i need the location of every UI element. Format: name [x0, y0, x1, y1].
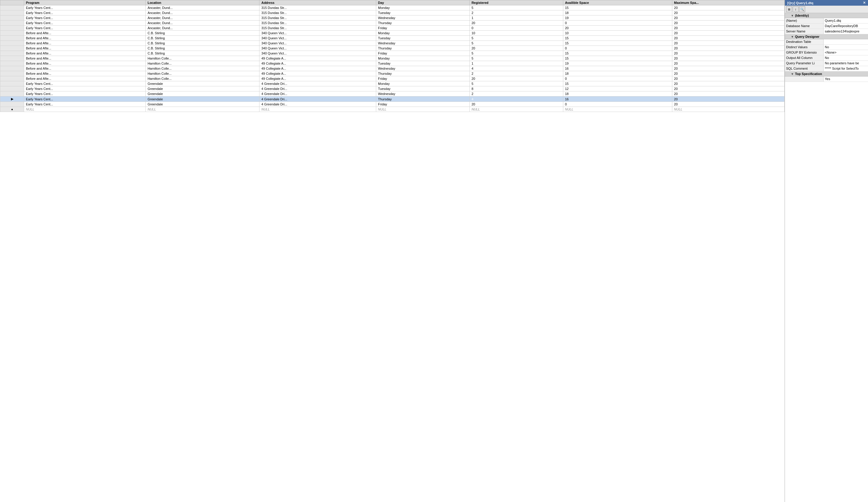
prop-value[interactable]: <None>	[824, 50, 868, 55]
cell-program[interactable]: Early Years Cent...	[24, 15, 146, 21]
cell-registered[interactable]: 2	[469, 10, 563, 15]
cell-registered[interactable]: 5	[469, 51, 563, 56]
cell-day[interactable]: Thursday	[376, 21, 470, 25]
cell-maximum[interactable]: 20	[672, 25, 784, 31]
cell-address[interactable]: 49 Collegiate A...	[259, 71, 376, 76]
cell-program[interactable]: Before and Afte...	[24, 51, 146, 56]
cell-address[interactable]: 4 Greendale Dri...	[259, 91, 376, 96]
cell-maximum[interactable]: 20	[672, 91, 784, 96]
cell-maximum[interactable]: 20	[672, 96, 784, 102]
cell-program[interactable]: Early Years Cent...	[24, 86, 146, 91]
table-row[interactable]: Before and Afte...Hamilton Colle...49 Co…	[0, 71, 785, 76]
cell-registered[interactable]: 20	[469, 46, 563, 51]
cell-location[interactable]: Greendale	[146, 102, 259, 107]
cell-maximum[interactable]: 20	[672, 71, 784, 76]
table-row[interactable]: Early Years Cent...Greendale4 Greendale …	[0, 86, 785, 91]
col-maximum[interactable]: Maximum Spa...	[672, 0, 784, 6]
cell-registered[interactable]: 0	[469, 25, 563, 31]
prop-value[interactable]: No parameters have be	[824, 61, 868, 66]
cell-program[interactable]: Before and Afte...	[24, 46, 146, 51]
cell-registered[interactable]: 5	[469, 56, 563, 61]
cell-program[interactable]: Before and Afte...	[24, 36, 146, 41]
cell-day[interactable]: Tuesday	[376, 10, 470, 15]
cell-registered[interactable]: 20	[469, 102, 563, 107]
null-cell[interactable]: NULL	[146, 107, 259, 112]
table-row[interactable]: Early Years Cent...Greendale4 Greendale …	[0, 102, 785, 107]
cell-maximum[interactable]: 20	[672, 76, 784, 81]
cell-maximum[interactable]: 20	[672, 61, 784, 66]
cell-address[interactable]: 4 Greendale Dri...	[259, 86, 376, 91]
table-row[interactable]: Early Years Cent...Greendale4 Greendale …	[0, 81, 785, 86]
cell-location[interactable]: C.B. Stirling	[146, 41, 259, 46]
cell-location[interactable]: Ancaster, Dund...	[146, 25, 259, 31]
cell-address[interactable]: 340 Queen Vict...	[259, 41, 376, 46]
cell-maximum[interactable]: 20	[672, 31, 784, 36]
prop-section-query-designer[interactable]: ▼Query Designer	[785, 34, 868, 39]
cell-registered[interactable]: 5	[469, 41, 563, 46]
cell-address[interactable]: 340 Queen Vict...	[259, 51, 376, 56]
cell-program[interactable]: Before and Afte...	[24, 66, 146, 71]
cell-program[interactable]: Early Years Cent...	[24, 96, 146, 102]
table-row[interactable]: ▶Early Years Cent...Greendale4 Greendale…	[0, 96, 785, 102]
cell-day[interactable]: Friday	[376, 25, 470, 31]
cell-day[interactable]: Tuesday	[376, 61, 470, 66]
prop-value[interactable]: DayCareRepositoryDB	[824, 23, 868, 29]
cell-maximum[interactable]: 20	[672, 56, 784, 61]
cell-availible[interactable]: 0	[563, 76, 672, 81]
cell-location[interactable]: Hamilton Colle...	[146, 76, 259, 81]
cell-availible[interactable]: 15	[563, 36, 672, 41]
col-day[interactable]: Day	[376, 0, 470, 6]
cell-address[interactable]: 340 Queen Vict...	[259, 46, 376, 51]
table-row[interactable]: Early Years Cent...Ancaster, Dund...315 …	[0, 15, 785, 21]
cell-availible[interactable]: 0	[563, 46, 672, 51]
cell-day[interactable]: Wednesday	[376, 41, 470, 46]
cell-address[interactable]: 4 Greendale Dri...	[259, 102, 376, 107]
cell-location[interactable]: C.B. Stirling	[146, 51, 259, 56]
null-cell[interactable]: NULL	[376, 107, 470, 112]
cell-location[interactable]: Ancaster, Dund...	[146, 21, 259, 25]
prop-section-top-specification[interactable]: ▼Top Specification	[785, 72, 868, 76]
col-address[interactable]: Address	[259, 0, 376, 6]
cell-registered[interactable]: 4	[469, 66, 563, 71]
prop-value[interactable]: ***** Script for SelectTo	[824, 66, 868, 71]
cell-registered[interactable]: 10	[469, 31, 563, 36]
cell-availible[interactable]: 15	[563, 81, 672, 86]
null-cell[interactable]: NULL	[672, 107, 784, 112]
cell-location[interactable]: Ancaster, Dund...	[146, 6, 259, 10]
cell-registered[interactable]: 4	[469, 96, 563, 102]
cell-day[interactable]: Monday	[376, 6, 470, 10]
cell-address[interactable]: 49 Collegiate A...	[259, 76, 376, 81]
cell-program[interactable]: Early Years Cent...	[24, 81, 146, 86]
cell-location[interactable]: Hamilton Colle...	[146, 66, 259, 71]
table-row[interactable]: Early Years Cent...Ancaster, Dund...315 …	[0, 21, 785, 25]
cell-program[interactable]: Early Years Cent...	[24, 6, 146, 10]
cell-location[interactable]: Hamilton Colle...	[146, 71, 259, 76]
cell-maximum[interactable]: 20	[672, 15, 784, 21]
cell-registered[interactable]: 1	[469, 15, 563, 21]
cell-maximum[interactable]: 20	[672, 10, 784, 15]
cell-maximum[interactable]: 20	[672, 86, 784, 91]
cell-availible[interactable]: 15	[563, 56, 672, 61]
cell-registered[interactable]: 2	[469, 71, 563, 76]
cell-availible[interactable]: 18	[563, 10, 672, 15]
cell-registered[interactable]: 5	[469, 81, 563, 86]
table-row[interactable]: Before and Afte...Hamilton Colle...49 Co…	[0, 76, 785, 81]
data-grid-container[interactable]: Program Location Address Day Registered …	[0, 0, 785, 502]
cell-location[interactable]: Ancaster, Dund...	[146, 15, 259, 21]
cell-location[interactable]: Ancaster, Dund...	[146, 10, 259, 15]
cell-day[interactable]: Thursday	[376, 96, 470, 102]
table-row[interactable]: Before and Afte...C.B. Stirling340 Queen…	[0, 36, 785, 41]
cell-availible[interactable]: 15	[563, 51, 672, 56]
table-row[interactable]: Before and Afte...Hamilton Colle...49 Co…	[0, 66, 785, 71]
cell-program[interactable]: Before and Afte...	[24, 71, 146, 76]
table-row[interactable]: Early Years Cent...Ancaster, Dund...315 …	[0, 6, 785, 10]
table-row[interactable]: Before and Afte...C.B. Stirling340 Queen…	[0, 31, 785, 36]
col-program[interactable]: Program	[24, 0, 146, 6]
cell-day[interactable]: Monday	[376, 31, 470, 36]
cell-registered[interactable]: 5	[469, 36, 563, 41]
cell-registered[interactable]: 2	[469, 91, 563, 96]
cell-program[interactable]: Early Years Cent...	[24, 25, 146, 31]
prop-value[interactable]: Yes	[824, 76, 868, 82]
cell-day[interactable]: Friday	[376, 102, 470, 107]
cell-location[interactable]: C.B. Stirling	[146, 31, 259, 36]
